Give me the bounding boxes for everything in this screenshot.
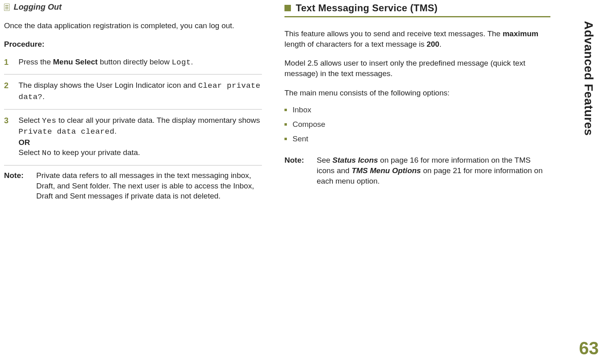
section-heading-tms: Text Messaging Service (TMS) xyxy=(284,2,550,14)
step-number: 2 xyxy=(4,80,11,102)
tms-paragraph-2: Model 2.5 allows user to insert only the… xyxy=(284,58,550,79)
list-item-label: Sent xyxy=(293,132,308,146)
text-bold: Menu Select xyxy=(53,58,98,66)
step-divider xyxy=(4,109,262,110)
note-body: Private data refers to all messages in t… xyxy=(36,170,262,201)
text-fragment: Select xyxy=(19,116,42,124)
text-bold: maximum xyxy=(502,29,538,38)
document-icon xyxy=(4,4,10,11)
text-fragment: button directly below xyxy=(98,58,172,66)
step-number: 3 xyxy=(4,115,11,159)
text-bold: 200 xyxy=(427,40,440,48)
intro-paragraph: Once the data application registration i… xyxy=(4,21,262,31)
note-block: Note: Private data refers to all message… xyxy=(4,170,262,201)
procedure-label: Procedure: xyxy=(4,40,262,49)
tms-paragraph-1: This feature allows you to send and rece… xyxy=(284,29,550,49)
text-fragment: The display shows the User Login Indicat… xyxy=(19,81,198,89)
step-text: Select Yes to clear all your private dat… xyxy=(19,115,262,159)
text-fragment: to keep your private data. xyxy=(52,148,140,157)
bullet-icon xyxy=(284,123,287,126)
step-text: Press the Menu Select button directly be… xyxy=(19,57,193,68)
code-text: Private data cleared xyxy=(19,127,114,136)
text-fragment: . xyxy=(191,58,193,66)
text-fragment: to clear all your private data. The disp… xyxy=(56,116,260,124)
text-fragment: . xyxy=(43,92,45,101)
note-label: Note: xyxy=(284,155,309,186)
section-title: Text Messaging Service (TMS) xyxy=(296,2,438,14)
note-block: Note: See Status Icons on page 16 for mo… xyxy=(284,155,550,186)
list-item: Sent xyxy=(284,132,550,146)
code-text: No xyxy=(42,149,52,157)
step-number: 1 xyxy=(4,57,11,68)
text-fragment: . xyxy=(114,127,116,135)
sub-heading-title: Logging Out xyxy=(14,2,62,12)
section-rule xyxy=(284,16,550,17)
bullet-icon xyxy=(284,109,287,111)
text-fragment: See xyxy=(317,156,332,164)
list-item: Inbox xyxy=(284,103,550,117)
sub-heading-logging-out: Logging Out xyxy=(4,2,262,12)
procedure-step: 3 Select Yes to clear all your private d… xyxy=(4,114,262,165)
menu-intro: The main menu consists of the following … xyxy=(284,88,550,98)
document-page: Logging Out Once the data application re… xyxy=(0,0,606,364)
note-label: Note: xyxy=(4,170,29,201)
bullet-icon xyxy=(284,138,287,140)
step-text: The display shows the User Login Indicat… xyxy=(19,80,262,102)
text-fragment: This feature allows you to send and rece… xyxy=(284,29,502,38)
or-label: OR xyxy=(19,138,30,147)
list-item: Compose xyxy=(284,117,550,132)
text-fragment: Select xyxy=(19,148,42,157)
list-item-label: Compose xyxy=(293,117,325,132)
right-column: Text Messaging Service (TMS) This featur… xyxy=(284,2,550,201)
text-bold-italic: TMS Menu Options xyxy=(352,166,421,175)
left-column: Logging Out Once the data application re… xyxy=(4,2,262,201)
text-fragment: . xyxy=(439,40,441,48)
side-tab-label: Advanced Features xyxy=(582,21,596,136)
step-divider xyxy=(4,165,262,165)
step-divider xyxy=(4,74,262,74)
list-item-label: Inbox xyxy=(293,103,311,117)
two-column-layout: Logging Out Once the data application re… xyxy=(4,0,558,201)
text-fragment: length of characters for a text message … xyxy=(284,40,427,48)
code-text: Logt xyxy=(172,58,191,67)
page-number: 63 xyxy=(579,338,599,358)
menu-options-list: Inbox Compose Sent xyxy=(284,103,550,146)
text-bold-italic: Status Icons xyxy=(332,156,378,164)
code-text: Yes xyxy=(42,116,56,125)
text-fragment: Press the xyxy=(19,58,53,66)
note-body: See Status Icons on page 16 for more inf… xyxy=(317,155,550,186)
square-bullet-icon xyxy=(284,5,291,11)
procedure-step: 1 Press the Menu Select button directly … xyxy=(4,56,262,74)
procedure-step: 2 The display shows the User Login Indic… xyxy=(4,79,262,108)
